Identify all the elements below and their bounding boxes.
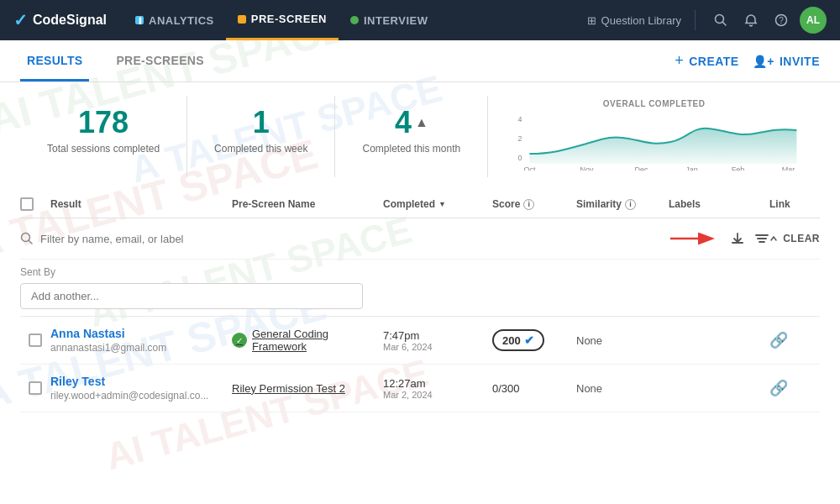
filter-right-actions: CLEAR [670, 227, 820, 250]
trend-up-icon: ▲ [415, 115, 428, 130]
nav-item-analytics[interactable]: ▐ ANALYTICS [123, 0, 226, 40]
svg-text:Dec: Dec [635, 165, 649, 171]
filter-icon [754, 231, 769, 246]
question-library-label: Question Library [601, 14, 681, 27]
th-checkbox [20, 197, 50, 211]
download-button[interactable] [726, 227, 749, 250]
row2-checkbox[interactable] [29, 381, 42, 395]
col-labels-label: Labels [669, 198, 701, 210]
row2-link: 🔗 [769, 379, 820, 397]
nav-item-prescreen[interactable]: PRE-SCREEN [226, 0, 339, 40]
logo[interactable]: ✓ CodeSignal [13, 10, 107, 30]
svg-text:Mar: Mar [782, 165, 795, 171]
tabs-bar: RESULTS PRE-SCREENS + CREATE 👤+ INVITE [0, 40, 840, 82]
plus-icon: + [675, 52, 684, 70]
row1-candidate-email: annanastasi1@gmail.com [50, 342, 232, 354]
filter-search-icon [20, 232, 34, 245]
help-button[interactable]: ? [769, 8, 793, 32]
row1-checkbox[interactable] [29, 333, 42, 347]
create-button[interactable]: + CREATE [675, 52, 739, 70]
row1-candidate-name[interactable]: Anna Nastasi [50, 327, 232, 340]
logo-icon: ✓ [13, 10, 28, 30]
completed-month-label: Completed this month [362, 143, 460, 155]
row1-score-badge: 200 ✔ [492, 329, 544, 351]
bell-icon [744, 13, 758, 27]
person-plus-icon: 👤+ [753, 55, 774, 68]
filter-options-button[interactable] [754, 227, 778, 250]
filter-arrow-indicator [670, 230, 721, 247]
svg-text:Nov: Nov [580, 165, 595, 171]
row1-score-check-icon: ✔ [524, 333, 534, 347]
filter-row: CLEAR [20, 218, 820, 260]
row1-link: 🔗 [769, 331, 820, 349]
row2-prescreen-link[interactable]: Riley Permission Test 2 [232, 382, 383, 395]
filter-up-icon [769, 234, 778, 243]
row1-link-icon[interactable]: 🔗 [769, 332, 788, 349]
clear-button[interactable]: CLEAR [783, 233, 820, 244]
overall-completed-chart: 4 2 0 Oct Nov Dec Jan Fe [498, 112, 810, 171]
col-similarity-label: Similarity [576, 198, 622, 210]
row1-checkbox-cell [20, 333, 50, 347]
question-library-icon: ⊞ [587, 14, 596, 27]
sent-by-input[interactable] [20, 283, 363, 309]
sent-by-label: Sent By [20, 266, 820, 278]
tab-prescreens[interactable]: PRE-SCREENS [109, 40, 210, 81]
similarity-info-icon[interactable]: i [625, 199, 636, 210]
svg-text:2: 2 [518, 134, 522, 143]
tab-prescreens-label: PRE-SCREENS [116, 54, 203, 67]
svg-line-1 [723, 23, 727, 26]
table-container: Result Pre-Screen Name Completed ▼ Score… [0, 191, 840, 412]
row1-completed: 7:47pm Mar 6, 2024 [383, 329, 492, 352]
avatar[interactable]: AL [800, 7, 827, 34]
table-row: Anna Nastasi annanastasi1@gmail.com ✓ Ge… [20, 317, 820, 365]
total-sessions-label: Total sessions completed [47, 143, 160, 155]
row2-score: 0/300 [492, 381, 576, 396]
navbar: ✓ CodeSignal ▐ ANALYTICS PRE-SCREEN INTE… [0, 0, 840, 40]
help-icon: ? [774, 13, 788, 27]
search-button[interactable] [709, 8, 732, 32]
col-score-label: Score [492, 198, 520, 210]
download-icon [730, 231, 745, 246]
tab-results[interactable]: RESULTS [20, 40, 89, 81]
notifications-button[interactable] [739, 8, 763, 32]
chart-area: OVERALL COMPLETED 4 2 0 Oct [488, 96, 820, 177]
search-icon [714, 13, 727, 27]
filter-search-input[interactable] [40, 233, 664, 245]
interview-icon [350, 16, 359, 24]
completed-month-number: 4 [395, 106, 412, 139]
row2-candidate: Riley Test riley.wood+admin@codesignal.c… [50, 375, 232, 402]
create-label: CREATE [689, 55, 739, 68]
row2-similarity-value: None [576, 382, 602, 395]
svg-rect-16 [732, 242, 743, 244]
row1-prescreen-link[interactable]: ✓ General Coding Framework [232, 328, 383, 353]
col-link-label: Link [769, 198, 790, 210]
row1-score-value: 200 [502, 334, 521, 347]
row2-candidate-email: riley.wood+admin@codesignal.co... [50, 390, 232, 402]
nav-right: ⊞ Question Library ? AL [587, 7, 827, 34]
total-sessions-number: 178 [47, 106, 160, 139]
invite-button[interactable]: 👤+ INVITE [753, 55, 820, 68]
prescreen-verified-icon: ✓ [232, 333, 247, 348]
svg-text:0: 0 [518, 154, 522, 162]
nav-analytics-label: ANALYTICS [149, 14, 214, 27]
svg-text:Jan: Jan [685, 165, 698, 171]
th-completed[interactable]: Completed ▼ [383, 198, 492, 210]
row2-prescreen-name: Riley Permission Test 2 [232, 382, 345, 395]
th-similarity: Similarity i [576, 198, 669, 210]
svg-text:Feb: Feb [732, 165, 745, 171]
completed-week-number: 1 [214, 106, 307, 139]
invite-label: INVITE [780, 55, 820, 68]
analytics-icon: ▐ [135, 16, 144, 24]
row2-link-icon[interactable]: 🔗 [769, 380, 788, 396]
sent-by-section: Sent By [20, 260, 820, 317]
select-all-checkbox[interactable] [20, 197, 34, 211]
nav-items: ▐ ANALYTICS PRE-SCREEN INTERVIEW [123, 0, 587, 40]
tabs-right: + CREATE 👤+ INVITE [675, 52, 820, 70]
row2-score-value: 0/300 [492, 382, 520, 395]
row1-prescreen-name: General Coding Framework [252, 328, 383, 353]
score-info-icon[interactable]: i [523, 199, 534, 210]
question-library-link[interactable]: ⊞ Question Library [587, 14, 681, 27]
row2-candidate-name[interactable]: Riley Test [50, 375, 232, 388]
main-content: AI TALENT SPACE A TALENT SPACE A TALENT … [0, 40, 840, 504]
nav-item-interview[interactable]: INTERVIEW [339, 0, 440, 40]
